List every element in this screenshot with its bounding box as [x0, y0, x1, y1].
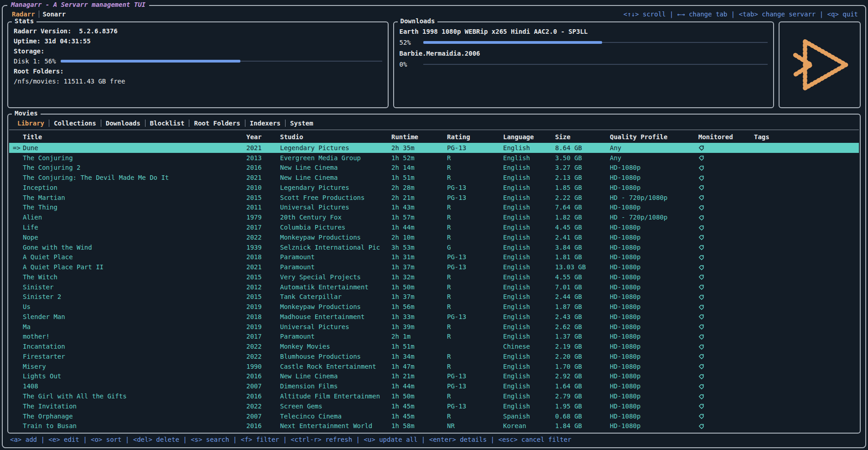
cell-size: 1.85 GB: [555, 184, 610, 191]
cell-size: 1.64 GB: [555, 382, 610, 390]
cell-language: English: [503, 273, 555, 281]
cell-quality-profile: HD-1080p: [610, 224, 698, 231]
cell-runtime: 2h 21m: [391, 194, 447, 201]
table-row[interactable]: A Quiet Place Part II 2021 Paramount 1h …: [9, 262, 859, 272]
table-row[interactable]: The Thing 2011 Universal Pictures 1h 43m…: [9, 203, 859, 213]
tab-radarr[interactable]: Radarr: [8, 10, 39, 18]
cell-year: 2022: [246, 343, 280, 350]
table-row[interactable]: => Dune 2021 Legendary Pictures 2h 35m P…: [9, 143, 859, 153]
cell-studio: Scott Free Productions: [280, 194, 391, 201]
table-row[interactable]: The Invitation 2022 Screen Gems 1h 45m P…: [9, 401, 859, 411]
table-row[interactable]: Us 2019 Monkeypaw Productions 1h 56m R E…: [9, 302, 859, 312]
cell-title: A Quiet Place Part II: [23, 263, 246, 271]
cell-year: 2021: [246, 174, 280, 181]
cell-size: 13.03 GB: [555, 263, 610, 271]
cell-year: 2015: [246, 194, 280, 201]
cell-size: 2.79 GB: [555, 392, 610, 400]
monitored-tag-icon: [698, 164, 754, 171]
table-row[interactable]: Life 2017 Columbia Pictures 1h 44m R Eng…: [9, 222, 859, 232]
cell-quality-profile: HD-1080p: [610, 234, 698, 241]
top-panels: Stats Radarr Version: 5.2.6.8376 Uptime:…: [6, 21, 862, 108]
column-header-monitored: Monitored: [698, 133, 754, 141]
table-row[interactable]: Nope 2022 Monkeypaw Productions 2h 10m R…: [9, 232, 859, 242]
table-row[interactable]: Alien 1979 20th Century Fox 1h 57m R Eng…: [9, 212, 859, 222]
cell-studio: Castle Rock Entertainment: [280, 363, 391, 370]
cell-size: 3.27 GB: [555, 164, 610, 171]
cell-quality-profile: HD-1080p: [610, 244, 698, 251]
cell-year: 1979: [246, 214, 280, 221]
movies-tab-collections[interactable]: Collections: [49, 120, 101, 127]
cell-year: 2021: [246, 144, 280, 152]
movies-tab-system[interactable]: System: [286, 120, 318, 127]
cell-rating: R: [447, 333, 503, 340]
cell-rating: PG-13: [447, 263, 503, 271]
table-row[interactable]: Inception 2010 Legendary Pictures 2h 28m…: [9, 183, 859, 193]
cell-quality-profile: HD-1080p: [610, 422, 698, 429]
cell-year: 2022: [246, 403, 280, 410]
cell-title: The Conjuring: [23, 154, 246, 162]
table-row[interactable]: Ma 2019 Universal Pictures 1h 39m R Engl…: [9, 322, 859, 332]
column-header-tags: Tags: [754, 133, 859, 141]
table-row[interactable]: Sinister 2 2015 Tank Caterpillar 1h 37m …: [9, 292, 859, 302]
movies-tab-library[interactable]: Library: [13, 120, 49, 127]
cell-language: English: [503, 164, 555, 171]
cell-rating: R: [447, 413, 503, 420]
cell-language: English: [503, 323, 555, 330]
movies-tab-downloads[interactable]: Downloads: [101, 120, 145, 127]
cell-title: Firestarter: [23, 353, 246, 360]
cell-rating: R: [447, 224, 503, 231]
table-row[interactable]: Firestarter 2022 Blumhouse Productions 1…: [9, 351, 859, 361]
table-row[interactable]: A Quiet Place 2018 Paramount 1h 31m PG-1…: [9, 252, 859, 262]
cell-studio: Monkeypaw Productions: [280, 234, 391, 241]
table-row[interactable]: Train to Busan 2016 Next Entertainment W…: [9, 421, 859, 431]
cell-studio: New Line Cinema: [280, 164, 391, 171]
cell-quality-profile: HD - 720p/1080p: [610, 194, 698, 201]
movies-tab-indexers[interactable]: Indexers: [245, 120, 285, 127]
table-row[interactable]: The Conjuring: The Devil Made Me Do It 2…: [9, 173, 859, 183]
table-row[interactable]: The Martian 2015 Scott Free Productions …: [9, 193, 859, 203]
cell-runtime: 1h 31m: [391, 253, 447, 261]
cell-year: 2015: [246, 293, 280, 300]
cell-runtime: 2h 14m: [391, 164, 447, 171]
tab-sonarr[interactable]: Sonarr: [39, 10, 70, 18]
table-row[interactable]: mother! 2017 Paramount 2h 1m R English 1…: [9, 332, 859, 342]
cell-runtime: 1h 32m: [391, 273, 447, 281]
download-progress-bar: [423, 41, 768, 44]
table-row[interactable]: The Conjuring 2013 Evergreen Media Group…: [9, 153, 859, 163]
cell-runtime: 1h 56m: [391, 303, 447, 310]
cell-title: Ma: [23, 323, 246, 330]
movies-tab-root-folders[interactable]: Root Folders: [189, 120, 244, 127]
table-row[interactable]: Incantation 2022 Monkey Movies 1h 51m Ch…: [9, 341, 859, 351]
cell-studio: Tank Caterpillar: [280, 293, 391, 300]
cell-title: mother!: [23, 333, 246, 340]
table-row[interactable]: Gone with the Wind 1939 Selznick Interna…: [9, 242, 859, 252]
table-row[interactable]: Sinister 2012 Automatik Entertainment 1h…: [9, 282, 859, 292]
download-item-name: Earth 1998 1080p WEBRip x265 Hindi AAC2.…: [400, 26, 768, 37]
table-row[interactable]: The Witch 2015 Very Special Projects 1h …: [9, 272, 859, 282]
table-row[interactable]: The Conjuring 2 2016 New Line Cinema 2h …: [9, 163, 859, 173]
table-row[interactable]: Slender Man 2018 Madhouse Entertainment …: [9, 312, 859, 322]
cell-year: 2015: [246, 273, 280, 281]
table-row[interactable]: 1408 2007 Dimension Films 1h 44m PG-13 E…: [9, 381, 859, 391]
cell-rating: R: [447, 283, 503, 291]
cell-quality-profile: HD-1080p: [610, 313, 698, 320]
table-row[interactable]: Lights Out 2016 New Line Cinema 1h 21m P…: [9, 372, 859, 382]
table-row[interactable]: Misery 1990 Castle Rock Entertainment 1h…: [9, 361, 859, 372]
movies-table: TitleYearStudioRuntimeRatingLanguageSize…: [9, 131, 859, 431]
uptime: Uptime: 31d 04:31:55: [14, 36, 382, 46]
movies-tab-blocklist[interactable]: Blocklist: [146, 120, 189, 127]
cell-year: 2007: [246, 382, 280, 390]
cell-runtime: 1h 44m: [391, 382, 447, 390]
cell-runtime: 3h 53m: [391, 244, 447, 251]
cell-title: Nope: [23, 234, 246, 241]
download-progress-fill: [423, 41, 603, 44]
monitored-tag-icon: [698, 214, 754, 221]
column-header-rating: Rating: [447, 133, 503, 141]
table-row[interactable]: The Girl with All the Gifts 2016 Altitud…: [9, 391, 859, 401]
cell-year: 2019: [246, 303, 280, 310]
table-row[interactable]: The Orphanage 2007 Telecinco Cinema 1h 4…: [9, 411, 859, 421]
monitored-tag-icon: [698, 174, 754, 181]
cell-rating: R: [447, 303, 503, 310]
cell-quality-profile: HD-1080p: [610, 293, 698, 300]
cell-language: English: [503, 194, 555, 201]
